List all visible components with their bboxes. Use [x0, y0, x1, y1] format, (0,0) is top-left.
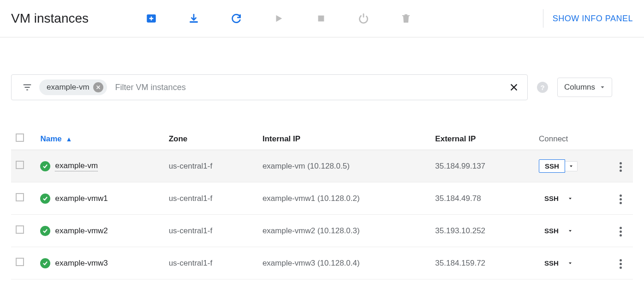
col-header-zone[interactable]: Zone [164, 128, 258, 150]
col-header-internal-ip[interactable]: Internal IP [258, 128, 430, 150]
clear-filter-icon[interactable] [504, 82, 524, 92]
status-running-icon [40, 161, 50, 171]
ssh-dropdown[interactable] [564, 226, 576, 236]
sort-asc-icon: ▲ [66, 135, 72, 143]
row-checkbox[interactable] [16, 258, 24, 266]
ssh-button[interactable]: SSH [539, 257, 564, 269]
ssh-button[interactable]: SSH [539, 224, 564, 237]
toolbar [144, 11, 534, 26]
internal-ip-cell: example-vm (10.128.0.5) [258, 150, 430, 182]
filter-chip-label: example-vm [47, 83, 89, 92]
row-menu-button[interactable] [617, 256, 625, 272]
table-row: example-vmw3 us-central1-fexample-vmw3 (… [11, 247, 633, 279]
row-checkbox[interactable] [16, 161, 24, 169]
row-checkbox[interactable] [16, 225, 24, 234]
internal-ip-cell: example-vmw3 (10.128.0.4) [258, 247, 430, 279]
external-ip-cell: 35.184.99.137 [430, 150, 534, 182]
reset-button[interactable] [356, 11, 371, 26]
refresh-button[interactable] [229, 11, 244, 26]
columns-button[interactable]: Columns [557, 78, 612, 97]
delete-button[interactable] [399, 11, 413, 26]
zone-cell: us-central1-f [164, 215, 258, 247]
columns-label: Columns [564, 83, 595, 92]
page-header: VM instances SHOW INFO PANEL [0, 0, 644, 37]
start-button[interactable] [271, 11, 286, 26]
external-ip-cell: 35.193.10.252 [430, 215, 534, 247]
show-info-panel-button[interactable]: SHOW INFO PANEL [553, 14, 633, 24]
filter-icon[interactable] [20, 80, 35, 95]
row-checkbox[interactable] [16, 193, 24, 201]
filter-box: example-vm [11, 74, 528, 100]
vm-table: Name ▲ Zone Internal IP External IP Conn… [11, 128, 633, 279]
ssh-button[interactable]: SSH [539, 192, 564, 205]
help-icon[interactable]: ? [537, 82, 548, 93]
status-running-icon [40, 226, 50, 236]
row-menu-button[interactable] [617, 224, 625, 239]
filter-input[interactable] [112, 83, 504, 92]
internal-ip-cell: example-vmw2 (10.128.0.3) [258, 215, 430, 247]
page-title: VM instances [11, 11, 89, 26]
svg-rect-1 [318, 16, 324, 22]
external-ip-cell: 35.184.159.72 [430, 247, 534, 279]
zone-cell: us-central1-f [164, 150, 258, 182]
select-all-checkbox[interactable] [16, 133, 24, 142]
filter-area: example-vm ? Columns [0, 37, 644, 109]
chevron-down-icon [600, 85, 605, 90]
external-ip-cell: 35.184.49.78 [430, 182, 534, 215]
ssh-dropdown[interactable] [564, 194, 576, 203]
ssh-dropdown[interactable] [565, 161, 578, 171]
col-header-name[interactable]: Name ▲ [36, 128, 164, 150]
zone-cell: us-central1-f [164, 247, 258, 279]
filter-chip[interactable]: example-vm [39, 79, 107, 95]
table-row: example-vmw1 us-central1-fexample-vmw1 (… [11, 182, 633, 215]
internal-ip-cell: example-vmw1 (10.128.0.2) [258, 182, 430, 215]
ssh-button[interactable]: SSH [539, 159, 565, 173]
row-menu-button[interactable] [617, 159, 625, 175]
import-button[interactable] [186, 11, 201, 26]
status-running-icon [40, 258, 50, 268]
divider [543, 9, 543, 28]
stop-button[interactable] [314, 11, 328, 26]
ssh-dropdown[interactable] [564, 259, 576, 268]
table-row: example-vmw2 us-central1-fexample-vmw2 (… [11, 215, 633, 247]
table-row: example-vm us-central1-fexample-vm (10.1… [11, 150, 633, 182]
vm-name-link[interactable]: example-vm [55, 161, 98, 171]
zone-cell: us-central1-f [164, 182, 258, 215]
create-instance-button[interactable] [144, 11, 159, 26]
vm-name-link[interactable]: example-vmw1 [55, 194, 107, 203]
vm-name-link[interactable]: example-vmw3 [55, 259, 107, 268]
col-header-connect: Connect [534, 128, 608, 150]
vm-name-link[interactable]: example-vmw2 [55, 226, 107, 236]
col-header-external-ip[interactable]: External IP [430, 128, 534, 150]
chip-remove-icon[interactable] [93, 82, 103, 92]
row-menu-button[interactable] [617, 192, 625, 207]
status-running-icon [40, 194, 50, 204]
